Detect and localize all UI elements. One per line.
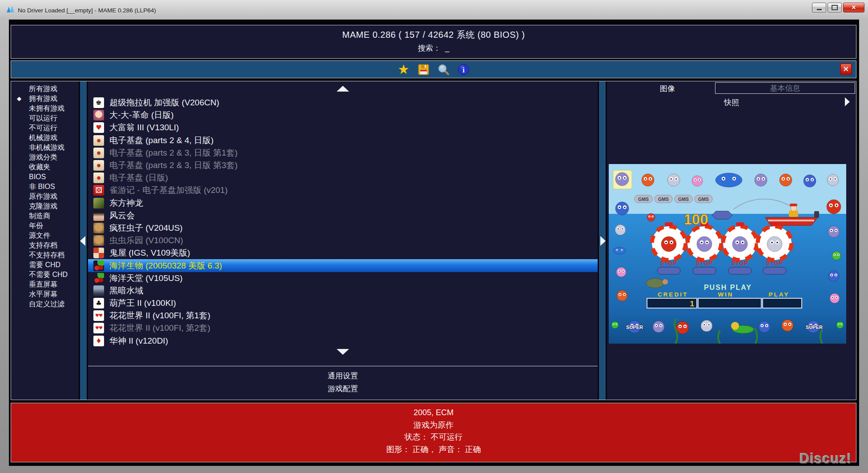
sidebar-item[interactable]: 非 BIOS — [11, 182, 79, 192]
list-item[interactable]: ♥♥花花世界 II (v100FI, 第1套) — [88, 309, 598, 322]
close-x-icon: × — [843, 64, 848, 73]
game-title: 花花世界 II (v100FI, 第1套) — [109, 310, 210, 321]
main-area: 所有游戏拥有游戏◆未拥有游戏可以运行不可运行机械游戏非机械游戏游戏分类收藏夹BI… — [11, 81, 856, 400]
sidebar-item[interactable]: 原作游戏 — [11, 192, 79, 201]
list-item[interactable]: ♚超级拖拉机 加强版 (V206CN) — [88, 96, 598, 109]
sidebar-item[interactable]: 不可运行 — [11, 123, 79, 133]
card-king-icon: ♚ — [93, 97, 104, 108]
close-icon: × — [852, 4, 856, 11]
list-item[interactable]: ♣葫芦王 II (v100KI) — [88, 297, 598, 309]
list-item[interactable]: ●电子基盘 (parts 2 & 4, 日版) — [88, 134, 598, 147]
list-item[interactable]: ⚄雀游记 - 电子基盘加强版 (v201) — [88, 184, 598, 196]
next-image-icon[interactable] — [845, 97, 850, 106]
list-item[interactable]: 东方神龙 — [88, 197, 598, 209]
sidebar-item[interactable]: 克隆游戏 — [11, 201, 79, 211]
bug-icon — [93, 223, 104, 233]
toolbar: ★ i — [11, 60, 856, 78]
sidebar-item[interactable]: 年份 — [11, 221, 79, 231]
list-item[interactable]: 海洋天堂 (V105US) — [88, 272, 598, 285]
about-info-icon[interactable]: i — [458, 63, 470, 76]
minimize-button[interactable] — [812, 3, 826, 12]
sidebar-item[interactable]: 自定义过滤 — [11, 299, 79, 309]
status-line: 图形： 正确， 声音： 正确 — [11, 444, 856, 456]
game-title: 花花世界 II (v100FI, 第2套) — [109, 322, 210, 334]
stop-button-label: STOP — [660, 260, 677, 266]
list-item[interactable]: ♥♥花花世界 II (v100FI, 第2套) — [88, 322, 598, 334]
game-title: 电子基盘 (日版) — [109, 172, 168, 184]
super-label: SUPER — [626, 325, 643, 330]
svg-text:i: i — [462, 66, 465, 74]
gms-badge-label: GMS — [638, 196, 649, 202]
scroll-down-icon[interactable] — [337, 349, 349, 355]
sidebar-item[interactable]: 收藏夹 — [11, 162, 79, 172]
play-label: PLAY — [769, 291, 790, 298]
game-title: 大-大-革命 (日版) — [109, 109, 174, 121]
footer-menu-item[interactable]: 游戏配置 — [88, 382, 598, 395]
footer-menu-item[interactable]: 通用设置 — [88, 369, 598, 382]
game-title: 葫芦王 II (v100KI) — [109, 297, 176, 309]
mame-logo-icon — [6, 6, 15, 15]
sidebar-item[interactable]: 支持存档 — [11, 241, 79, 250]
list-item[interactable]: 虫虫乐园 (V100CN) — [88, 234, 598, 247]
favorites-star-icon[interactable]: ★ — [398, 63, 410, 76]
list-item[interactable]: ●电子基盘 (parts 2 & 3, 日版 第1套) — [88, 147, 598, 159]
close-button[interactable]: × — [843, 3, 864, 12]
tab-images[interactable]: 图像 — [607, 83, 728, 95]
sidebar-item[interactable]: 机械游戏 — [11, 133, 79, 143]
sidebar-item[interactable]: 不需要 CHD — [11, 270, 79, 280]
sidebar-item[interactable]: 非机械游戏 — [11, 143, 79, 152]
list-item[interactable]: 海洋生物 (20050328 美版 6.3) — [88, 259, 598, 272]
window-titlebar: No Driver Loaded [__empty] - MAME 0.286 … — [4, 3, 864, 18]
list-item[interactable]: ●电子基盘 (parts 2 & 3, 日版 第3套) — [88, 159, 598, 172]
list-item[interactable]: 大-大-革命 (日版) — [88, 109, 598, 121]
scroll-up-icon[interactable] — [337, 86, 349, 92]
list-item[interactable]: 鬼屋 (IGS, V109美版) — [88, 247, 598, 259]
mahjong-tile-icon: ● — [93, 135, 104, 146]
warrior-icon — [93, 285, 104, 296]
game-title: 电子基盘 (parts 2 & 4, 日版) — [109, 135, 213, 146]
gms-badge-label: GMS — [658, 196, 669, 202]
status-panel: 2005, ECM游戏为原作状态： 不可运行图形： 正确， 声音： 正确 — [11, 403, 856, 462]
game-title: 华神 II (v120DI) — [109, 335, 168, 347]
sidebar-item[interactable]: BIOS — [11, 172, 79, 182]
sidebar-item[interactable]: 不支持存档 — [11, 250, 79, 260]
mahjong-tile-icon: ● — [93, 160, 104, 171]
game-title: 大富翁 III (V130LI) — [109, 122, 179, 133]
search-label: 搜索： — [418, 44, 441, 52]
collapse-left-icon[interactable] — [80, 236, 85, 246]
header-panel: MAME 0.286 ( 157 / 42642 系统 (80 BIOS) ) … — [11, 25, 856, 59]
save-floppy-icon[interactable] — [418, 63, 430, 76]
search-input[interactable]: 搜索：_ — [11, 43, 856, 53]
audit-magnifier-icon[interactable] — [438, 63, 450, 76]
list-item[interactable]: 风云会 — [88, 209, 598, 222]
list-footer-divider — [88, 366, 598, 366]
game-list: ♚超级拖拉机 加强版 (V206CN)大-大-革命 (日版)♥大富翁 III (… — [88, 96, 598, 347]
list-item[interactable]: ●电子基盘 (日版) — [88, 172, 598, 184]
sidebar-item[interactable]: 拥有游戏◆ — [11, 94, 79, 104]
sidebar-item[interactable]: 游戏分类 — [11, 152, 79, 162]
close-ui-button[interactable]: × — [840, 63, 852, 75]
tab-basic-info[interactable]: 基本信息 — [715, 82, 855, 94]
sidebar-item[interactable]: 需要 CHD — [11, 260, 79, 270]
card-hearts-icon: ♥♥ — [93, 323, 104, 333]
list-item[interactable]: 疯狂虫子 (V204US) — [88, 222, 598, 234]
maximize-button[interactable] — [828, 3, 842, 12]
sidebar-item[interactable]: 水平屏幕 — [11, 289, 79, 299]
score-value: 100 — [683, 211, 708, 228]
list-item[interactable]: ♥大富翁 III (V130LI) — [88, 121, 598, 134]
game-title: 电子基盘 (parts 2 & 3, 日版 第1套) — [109, 147, 237, 159]
filter-sidebar: 所有游戏拥有游戏◆未拥有游戏可以运行不可运行机械游戏非机械游戏游戏分类收藏夹BI… — [11, 81, 79, 400]
game-title: 风云会 — [109, 210, 135, 221]
collapse-right-icon[interactable] — [600, 236, 606, 246]
list-item[interactable]: 黑暗水域 — [88, 285, 598, 297]
woman-face-icon — [93, 210, 104, 221]
sidebar-item[interactable]: 制造商 — [11, 211, 79, 221]
sidebar-item[interactable]: 未拥有游戏 — [11, 104, 79, 113]
list-item[interactable]: ♦华神 II (v120DI) — [88, 335, 598, 347]
sidebar-item[interactable]: 源文件 — [11, 231, 79, 241]
sidebar-item[interactable]: 所有游戏 — [11, 84, 79, 94]
sidebar-item[interactable]: 可以运行 — [11, 113, 79, 123]
list-footer-menu: 通用设置游戏配置 — [88, 369, 598, 395]
sidebar-item[interactable]: 垂直屏幕 — [11, 280, 79, 289]
game-title: 虫虫乐园 (V100CN) — [109, 235, 183, 246]
